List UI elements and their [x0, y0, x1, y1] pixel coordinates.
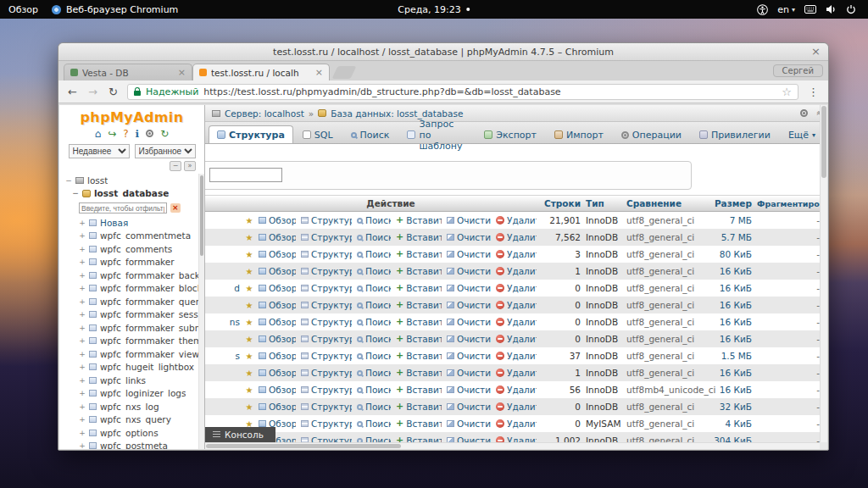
favorite-star-icon[interactable]: ★	[242, 233, 256, 242]
structure-link[interactable]: Структура	[298, 266, 354, 276]
structure-link[interactable]: Структура	[298, 215, 354, 225]
empty-link[interactable]: Очистить	[444, 402, 493, 412]
favorite-star-icon[interactable]: ★	[242, 250, 256, 259]
pma-tab[interactable]: Экспорт	[476, 125, 545, 143]
clear-filter-icon[interactable]: ×	[170, 203, 181, 213]
search-link[interactable]: Поиск	[354, 385, 393, 395]
expand-icon[interactable]: +	[79, 376, 86, 385]
new-table-item[interactable]: + Новая	[59, 216, 198, 230]
browser-tab-vesta[interactable]: Vesta - DB ×	[64, 64, 192, 80]
search-link[interactable]: Поиск	[354, 300, 393, 310]
expand-icon[interactable]: +	[79, 324, 86, 332]
browser-menu-icon[interactable]: ⋮	[806, 86, 821, 98]
reload-button[interactable]: ↻	[107, 86, 120, 98]
insert-link[interactable]: +Вставить	[393, 419, 444, 429]
keyboard-icon[interactable]	[804, 5, 816, 14]
pma-tab[interactable]: Структура	[209, 125, 293, 143]
size-header[interactable]: Размер	[709, 198, 754, 208]
sidebar-table-item[interactable]: + wpfc_hugeit_lightbox	[59, 361, 198, 374]
tab-close-icon[interactable]: ×	[315, 67, 323, 78]
home-icon[interactable]: ⌂	[95, 129, 102, 139]
drop-link[interactable]: Удалить	[493, 215, 539, 225]
expand-icon[interactable]: +	[79, 429, 86, 437]
empty-link[interactable]: Очистить	[444, 215, 493, 225]
structure-link[interactable]: Структура	[298, 249, 354, 259]
insert-link[interactable]: +Вставить	[393, 368, 444, 378]
favorite-star-icon[interactable]: ★	[242, 267, 256, 276]
expand-icon[interactable]: +	[79, 415, 86, 424]
structure-link[interactable]: Структура	[298, 232, 354, 242]
empty-link[interactable]: Очистить	[444, 351, 493, 361]
insert-link[interactable]: +Вставить	[393, 215, 444, 225]
volume-icon[interactable]	[826, 4, 837, 14]
sidebar-table-item[interactable]: + wpfc_formmaker_backup	[59, 269, 198, 282]
pma-tab[interactable]: Привилегии	[691, 125, 779, 143]
filter-word-input[interactable]	[209, 168, 282, 182]
insert-link[interactable]: +Вставить	[393, 334, 444, 344]
browse-link[interactable]: Обзор	[256, 368, 298, 378]
collation-header[interactable]: Сравнение	[624, 198, 709, 208]
sidebar-table-item[interactable]: + wpfc_commentmeta	[59, 230, 198, 243]
accessibility-icon[interactable]	[757, 4, 768, 15]
sidebar-table-item[interactable]: + wpfc_links	[59, 374, 198, 387]
logout-icon[interactable]: ↪	[108, 129, 116, 139]
drop-link[interactable]: Удалить	[493, 266, 539, 276]
nav-settings-button[interactable]: »	[184, 161, 196, 171]
sidebar-table-item[interactable]: + wpfc_options	[59, 426, 198, 440]
drop-link[interactable]: Удалить	[493, 317, 539, 327]
browse-link[interactable]: Обзор	[256, 402, 298, 412]
sidebar-table-item[interactable]: + wpfc_formmaker	[59, 256, 198, 269]
expand-icon[interactable]: +	[79, 402, 86, 411]
insert-link[interactable]: +Вставить	[393, 300, 444, 310]
search-link[interactable]: Поиск	[354, 317, 393, 327]
rows-header[interactable]: Строки	[539, 198, 583, 208]
insert-link[interactable]: +Вставить	[393, 402, 444, 412]
drop-link[interactable]: Удалить	[493, 283, 539, 293]
power-icon[interactable]	[846, 4, 856, 14]
pma-tab[interactable]: Импорт	[546, 125, 612, 143]
drop-link[interactable]: Удалить	[493, 232, 539, 242]
browser-tab-phpmyadmin[interactable]: test.losst.ru / localh ×	[192, 64, 330, 80]
empty-link[interactable]: Очистить	[444, 300, 493, 310]
forward-button[interactable]: →	[86, 86, 99, 98]
insert-link[interactable]: +Вставить	[393, 385, 444, 395]
sidebar-table-item[interactable]: + wpfc_formmaker_blocked	[59, 282, 198, 296]
tree-server-item[interactable]: − losst	[59, 174, 198, 187]
breadcrumb-database[interactable]: База данных: losst_database	[331, 108, 463, 119]
structure-link[interactable]: Структура	[298, 300, 354, 310]
empty-link[interactable]: Очистить	[444, 368, 493, 378]
sidebar-table-item[interactable]: + wpfc_formmaker_sessions	[59, 308, 198, 322]
pma-tab[interactable]: Запрос по шаблону	[398, 125, 475, 143]
info-icon[interactable]: ℹ	[136, 129, 140, 139]
structure-link[interactable]: Структура	[298, 351, 354, 361]
insert-link[interactable]: +Вставить	[393, 283, 444, 293]
back-button[interactable]: ←	[66, 86, 79, 98]
window-titlebar[interactable]: test.losst.ru / localhost / losst_databa…	[58, 43, 828, 61]
expand-icon[interactable]: +	[79, 258, 86, 266]
search-link[interactable]: Поиск	[354, 402, 393, 412]
scrollbar-thumb[interactable]	[200, 175, 203, 256]
address-bar[interactable]: Надежный https://test.losst.ru/phpmyadmi…	[127, 84, 798, 100]
favorite-star-icon[interactable]: ★	[242, 402, 256, 412]
recent-tables-select[interactable]: Недавнее	[69, 144, 130, 158]
console-button[interactable]: Консоль	[205, 427, 275, 442]
browse-link[interactable]: Обзор	[256, 215, 298, 225]
browse-link[interactable]: Обзор	[256, 283, 298, 293]
sidebar-table-item[interactable]: + wpfc_formmaker_themes	[59, 335, 198, 348]
search-link[interactable]: Поиск	[354, 215, 393, 225]
expand-icon[interactable]: +	[79, 441, 86, 449]
pma-tab[interactable]: Поиск	[342, 125, 398, 143]
browse-link[interactable]: Обзор	[256, 385, 298, 395]
sidebar-table-item[interactable]: + wpfc_loginizer_logs	[59, 387, 198, 401]
drop-link[interactable]: Удалить	[493, 300, 539, 310]
scrollbar-thumb[interactable]	[821, 106, 826, 178]
favorite-tables-select[interactable]: Избранное	[135, 144, 196, 158]
sidebar-table-item[interactable]: + wpfc_nxs_log	[59, 400, 198, 413]
structure-link[interactable]: Структура	[298, 402, 354, 412]
expand-icon[interactable]: −	[65, 176, 72, 185]
activities-button[interactable]: Обзор	[8, 4, 38, 15]
pma-logo[interactable]: phpMyAdmin	[59, 105, 204, 125]
empty-link[interactable]: Очистить	[444, 419, 493, 429]
expand-icon[interactable]: +	[79, 245, 86, 253]
scrollbar-thumb[interactable]	[206, 444, 401, 448]
